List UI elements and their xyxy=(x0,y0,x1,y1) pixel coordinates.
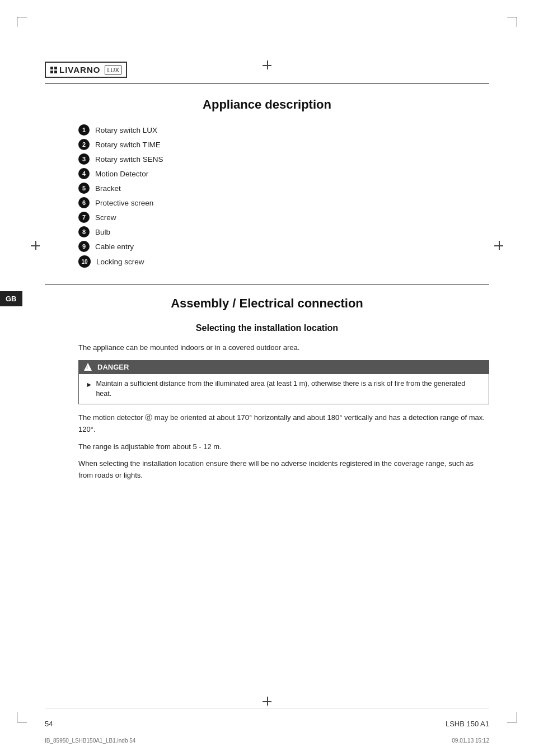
logo-suffix: LUX xyxy=(105,66,121,74)
item-number-2: 2 xyxy=(78,139,90,150)
item-label-6: Protective screen xyxy=(95,199,153,207)
page-footer: 54 LSHB 150 A1 xyxy=(0,720,534,728)
list-item: 4 Motion Detector xyxy=(78,168,489,179)
logo-box: LIVARNO LUX xyxy=(45,62,127,78)
corner-mark-tr xyxy=(507,17,517,27)
appliance-description-title: Appliance description xyxy=(45,97,489,112)
footer-line xyxy=(45,708,489,708)
item-number-4: 4 xyxy=(78,168,90,179)
danger-header: ! DANGER xyxy=(78,360,489,374)
item-number-3: 3 xyxy=(78,153,90,165)
list-item: 7 Screw xyxy=(78,212,489,223)
footer-tiny: IB_85950_LSHB150A1_LB1.indb 54 09.01.13 … xyxy=(0,738,534,744)
crosshair-right xyxy=(494,241,503,250)
logo-brand: LIVARNO xyxy=(59,65,100,74)
list-item: 8 Bulb xyxy=(78,226,489,237)
item-number-5: 5 xyxy=(78,183,90,194)
list-item: 2 Rotary switch TIME xyxy=(78,139,489,150)
language-label: GB xyxy=(0,291,22,306)
crosshair-left xyxy=(31,241,40,250)
section-divider xyxy=(45,284,489,285)
item-label-10: Locking screw xyxy=(96,258,144,266)
footer-date: 09.01.13 15:12 xyxy=(452,738,489,744)
item-number-7: 7 xyxy=(78,212,90,223)
item-label-4: Motion Detector xyxy=(95,170,148,178)
assembly-section: Assembly / Electrical connection Selecti… xyxy=(45,284,489,482)
product-code: LSHB 150 A1 xyxy=(446,720,489,728)
item-label-5: Bracket xyxy=(95,184,121,193)
assembly-title: Assembly / Electrical connection xyxy=(45,296,489,311)
footer-file: IB_85950_LSHB150A1_LB1.indb 54 xyxy=(45,738,135,744)
corner-mark-tl xyxy=(17,17,27,27)
subsection-title: Selecting the installation location xyxy=(45,323,489,333)
logo-squares xyxy=(50,67,57,73)
list-item: 9 Cable entry xyxy=(78,241,489,252)
item-label-2: Rotary switch TIME xyxy=(95,141,161,149)
danger-label: DANGER xyxy=(97,363,129,371)
danger-box: ! DANGER ► Maintain a sufficient distanc… xyxy=(78,360,489,405)
item-label-8: Bulb xyxy=(95,228,110,236)
appliance-list: 1 Rotary switch LUX 2 Rotary switch TIME… xyxy=(78,124,489,268)
danger-arrow-icon: ► xyxy=(86,380,92,390)
danger-body: ► Maintain a sufficient distance from th… xyxy=(78,374,489,405)
danger-text: Maintain a sufficient distance from the … xyxy=(96,379,482,400)
item-number-9: 9 xyxy=(78,241,90,252)
item-number-1: 1 xyxy=(78,124,90,136)
list-item: 1 Rotary switch LUX xyxy=(78,124,489,136)
item-label-1: Rotary switch LUX xyxy=(95,126,157,134)
page-number: 54 xyxy=(45,720,53,728)
info-para-2: The range is adjustable from about 5 - 1… xyxy=(78,441,489,453)
item-number-10: 10 xyxy=(78,255,91,268)
item-label-9: Cable entry xyxy=(95,242,134,251)
crosshair-bottom xyxy=(263,697,271,706)
list-item: 5 Bracket xyxy=(78,183,489,194)
item-number-8: 8 xyxy=(78,226,90,237)
info-para-1: The motion detector ⓓ may be oriented at… xyxy=(78,412,489,436)
item-label-7: Screw xyxy=(95,213,116,222)
list-item: 6 Protective screen xyxy=(78,197,489,208)
info-para-3: When selecting the installation location… xyxy=(78,458,489,482)
crosshair-top xyxy=(263,60,271,69)
list-item: 3 Rotary switch SENS xyxy=(78,153,489,165)
item-number-6: 6 xyxy=(78,197,90,208)
intro-text: The appliance can be mounted indoors or … xyxy=(78,342,489,353)
list-item: 10 Locking screw xyxy=(78,255,489,268)
item-label-3: Rotary switch SENS xyxy=(95,155,163,164)
